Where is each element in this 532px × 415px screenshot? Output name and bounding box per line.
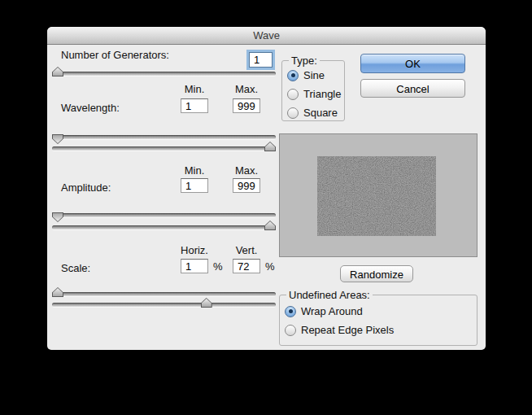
wavelength-max-label: Max. [232,83,261,95]
undefined-option-wrap-around-label: Wrap Around [301,305,363,317]
scale-horiz-unit: % [213,260,223,273]
amplitude-label: Amplitude: [61,181,111,194]
wavelength-min-input[interactable] [181,98,208,113]
window-title: Wave [253,29,280,42]
scale-vert-slider[interactable] [52,298,276,308]
generators-slider-thumb[interactable] [52,67,63,76]
scale-vert-label: Vert. [232,244,261,256]
undefined-option-repeat-edge-label: Repeat Edge Pixels [301,324,394,336]
radio-icon[interactable] [287,107,299,119]
undefined-areas-group: Undefined Areas: Wrap Around Repeat Edge… [279,289,477,346]
amplitude-max-slider-thumb[interactable] [264,221,276,230]
scale-horiz-label: Horiz. [180,244,209,256]
randomize-button[interactable]: Randomize [340,265,413,282]
wavelength-min-label: Min. [180,83,209,95]
type-option-sine-label: Sine [303,69,325,81]
generators-input[interactable] [249,52,273,68]
wavelength-max-slider-track[interactable] [52,146,276,151]
radio-icon[interactable] [287,89,299,100]
amplitude-min-label: Min. [180,164,209,177]
amplitude-min-slider-track[interactable] [52,213,276,217]
scale-vert-input[interactable] [233,259,260,273]
wavelength-max-slider[interactable] [52,142,276,152]
radio-icon[interactable] [285,325,296,336]
type-option-triangle[interactable]: Triangle [287,88,341,100]
amplitude-max-input[interactable] [233,178,260,193]
type-group-legend: Type: [289,55,320,67]
amplitude-max-slider[interactable] [52,221,276,231]
generators-label: Number of Generators: [61,49,169,61]
radio-icon[interactable] [287,70,299,81]
scale-horiz-slider-thumb[interactable] [52,287,63,297]
type-option-triangle-label: Triangle [303,88,341,100]
undefined-option-repeat-edge[interactable]: Repeat Edge Pixels [285,324,473,336]
generators-slider-track[interactable] [52,72,276,76]
type-group: Type: Sine Triangle Square [281,55,345,121]
amplitude-max-label: Max. [232,164,261,177]
wavelength-min-slider-track[interactable] [52,135,276,139]
wavelength-max-slider-thumb[interactable] [264,142,276,151]
preview-panel [279,133,477,257]
cancel-button[interactable]: Cancel [360,79,465,98]
wavelength-label: Wavelength: [61,102,120,114]
radio-icon[interactable] [285,306,296,317]
scale-horiz-slider-track[interactable] [52,292,276,296]
scale-label: Scale: [61,262,90,274]
wave-filter-dialog: Wave Number of Generators: Min. Max. Wav… [47,27,486,350]
generators-slider[interactable] [52,67,276,77]
title-bar[interactable]: Wave [47,27,486,45]
scale-vert-unit: % [265,260,275,273]
wave-preview-image [317,156,436,236]
scale-vert-slider-track[interactable] [52,303,276,307]
ok-button[interactable]: OK [360,54,465,73]
scale-vert-slider-thumb[interactable] [201,298,212,308]
type-option-square[interactable]: Square [287,107,341,119]
type-option-square-label: Square [303,107,338,119]
undefined-areas-legend: Undefined Areas: [286,289,373,301]
undefined-option-wrap-around[interactable]: Wrap Around [285,305,473,317]
scale-horiz-slider[interactable] [52,287,276,298]
type-option-sine[interactable]: Sine [287,69,341,81]
amplitude-min-input[interactable] [181,178,208,193]
wavelength-max-input[interactable] [233,98,260,113]
amplitude-max-slider-track[interactable] [52,225,276,229]
scale-horiz-input[interactable] [181,259,208,273]
